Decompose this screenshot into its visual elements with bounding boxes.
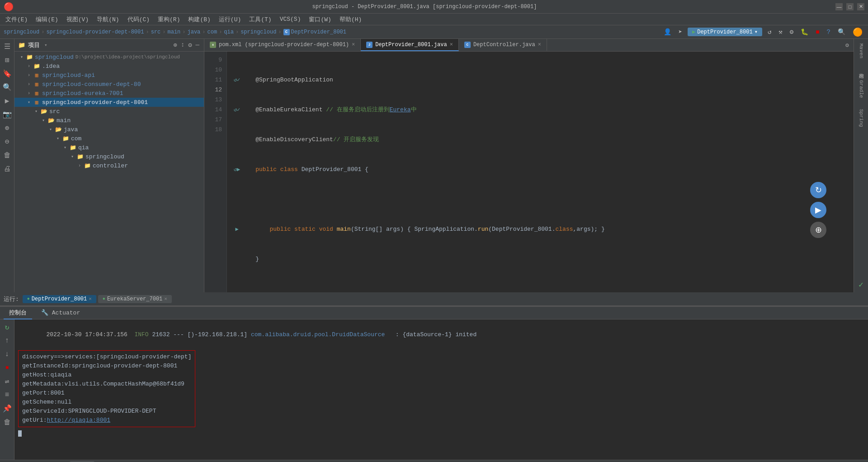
menu-vcs[interactable]: VCS(S) [276,15,305,24]
menu-tools[interactable]: 工具(T) [245,14,275,24]
structure-icon[interactable]: ☰ [1,41,13,52]
tab-dept-provider-close-icon[interactable]: × [450,42,453,48]
run-filter-icon[interactable]: ≡ [1,389,13,401]
tree-item-springcloud-sub[interactable]: ▾ 📁 springcloud [14,152,204,161]
breadcrumb-springcloud[interactable]: springcloud [4,29,39,35]
find-icon[interactable]: 🔍 [1,81,13,93]
run-panel: 控制台 🔧 Actuator ↻ ↑ ↓ ■ ⇌ ≡ 📌 🗑 2022-10-3… [0,306,868,460]
hierarchy-icon[interactable]: ⊞ [1,54,13,66]
tab-pom-close-icon[interactable]: × [352,42,355,48]
tree-item-provider[interactable]: ▾ ▦ springcloud-provider-dept-8001 [14,98,204,107]
run-tab-provider[interactable]: ● DeptProvider_8001 × [23,295,96,303]
run-stop-icon[interactable]: ■ [1,362,13,374]
title-bar-left: 🔴 [4,2,14,12]
breadcrumb-com[interactable]: com [208,29,217,35]
run-config-selector[interactable]: ▶ DeptProvider_8001 ▾ [688,28,762,36]
breadcrumb-main[interactable]: main [167,29,180,35]
avatar-icon[interactable]: 🟠 [851,26,864,38]
menu-code[interactable]: 代码(C) [124,14,153,24]
print-icon[interactable]: 🖨 [1,163,13,175]
float-btn-3[interactable]: ⊕ [810,222,826,238]
breadcrumb-java[interactable]: java [188,29,201,35]
panel-settings-icon[interactable]: ⚙ [187,40,193,50]
tree-item-idea[interactable]: › 📁 .idea [14,62,204,71]
menu-run[interactable]: 运行(U) [215,14,245,24]
panel-sort-icon[interactable]: ↕ [180,40,185,50]
float-btn-2[interactable]: ▶ [810,202,826,218]
menu-navigate[interactable]: 导航(N) [93,14,123,24]
run-tab-eureka[interactable]: ● EurekaServer_7001 × [98,295,172,303]
gradle-panel-tab[interactable]: Gradle [855,77,867,101]
breadcrumb-src[interactable]: src [151,29,161,35]
run-scroll-up-icon[interactable]: ↑ [1,335,13,347]
maven-panel-tab[interactable]: Maven [855,41,867,61]
run-scroll-down-icon[interactable]: ↓ [1,348,13,360]
breadcrumb-module[interactable]: springcloud-provider-dept-8001 [46,29,144,35]
breadcrumb-class[interactable]: C DeptProvider_8001 [283,29,346,35]
tree-item-root[interactable]: ▾ 📁 springcloud D:\project\idea-project\… [14,52,204,62]
bookmarks-icon[interactable]: 🔖 [1,68,13,80]
expand-icon[interactable]: ⊕ [1,122,13,134]
run-icon-left[interactable]: ▶ [1,95,13,107]
tree-item-consumer[interactable]: › ▦ springcloud-consumer-dept-80 [14,80,204,89]
build-icon[interactable]: ⚒ [777,27,784,37]
menu-build[interactable]: 构建(B) [184,14,214,24]
run-console-tab[interactable]: 控制台 [4,307,32,319]
tab-dept-provider[interactable]: J DeptProvider_8001.java × [361,39,459,51]
maximize-button[interactable]: □ [846,3,854,10]
right-check-icon[interactable]: ✓ [855,279,867,291]
code-line-14: ▶ public static void main(String[] args)… [232,224,848,234]
run-pin-icon[interactable]: 📌 [1,403,13,414]
breadcrumb-springcloud2[interactable]: springcloud [241,29,276,35]
cursor-position [18,429,864,438]
run-restart-icon[interactable]: ↻ [1,321,13,333]
tree-item-eureka[interactable]: › ▦ springcloud-eureka-7001 [14,89,204,98]
run-actuator-tab[interactable]: 🔧 Actuator [36,307,85,319]
code-content[interactable]: ↺✓ @SpringBootApplication ↺✓ @EnableEure… [227,52,854,292]
search-icon[interactable]: 🔍 [836,27,847,37]
debug-icon[interactable]: 🐛 [799,27,810,37]
code-editor[interactable]: 9 10 11 12 13 14 17 18 ↺✓ @SpringBootApp… [204,52,854,292]
navigate-icon[interactable]: ➤ [677,27,684,37]
tree-item-java[interactable]: ▾ 📂 java [14,125,204,134]
menu-help[interactable]: 帮助(H) [336,14,365,24]
spring-panel-tab[interactable]: Spring [855,106,867,130]
run-wrap-icon[interactable]: ⇌ [1,376,13,387]
tree-item-qia[interactable]: ▾ 📁 qia [14,143,204,152]
stop-icon[interactable]: ■ [814,28,821,37]
collapse-icon[interactable]: ⊖ [1,136,13,148]
tab-settings-icon[interactable]: ⚙ [841,39,854,52]
tree-item-controller[interactable]: › 📁 controller [14,161,204,170]
run-console-content[interactable]: 2022-10-30 17:04:37.156 INFO 21632 --- [… [14,319,868,460]
close-button[interactable]: ✕ [857,3,864,10]
tree-item-src[interactable]: ▾ 📂 src [14,107,204,116]
trash-icon[interactable]: 🗑 [1,149,13,161]
menu-edit[interactable]: 编辑(E) [32,14,61,24]
camera-icon[interactable]: 📷 [1,109,13,120]
tree-item-api[interactable]: › ▦ springcloud-api [14,71,204,80]
float-btn-1[interactable]: ↻ [810,182,826,198]
panel-minimize-icon[interactable]: — [195,40,200,50]
panel-title-arrow[interactable]: ▾ [44,42,47,48]
tab-dept-controller[interactable]: C DeptController.java × [459,39,547,51]
menu-window[interactable]: 窗口(W) [305,14,335,24]
breadcrumb-qia[interactable]: qia [224,29,234,35]
question-icon[interactable]: ? [825,28,832,37]
person-icon[interactable]: 👤 [662,27,673,37]
menu-view[interactable]: 视图(V) [63,14,92,24]
tree-item-com[interactable]: ▾ 📁 com [14,134,204,143]
tree-item-main[interactable]: ▾ 📂 main [14,116,204,125]
settings-icon[interactable]: ⚙ [788,27,795,37]
run-trash-icon[interactable]: 🗑 [1,416,13,428]
discovery-uri-link[interactable]: http://qiaqia:8001 [47,417,110,424]
tab-pom-xml[interactable]: x pom.xml (springcloud-provider-dept-800… [204,39,361,51]
run-tab-eureka-close-icon[interactable]: × [164,296,167,302]
run-tab-provider-close-icon[interactable]: × [89,296,92,302]
menu-refactor[interactable]: 重构(R) [154,14,184,24]
minimize-button[interactable]: — [835,3,843,10]
refresh-icon[interactable]: ↺ [766,27,773,37]
panel-locate-icon[interactable]: ⊕ [172,40,178,50]
build-panel-tab[interactable]: 构建 [855,67,867,72]
tab-dept-controller-close-icon[interactable]: × [538,42,541,48]
menu-file[interactable]: 文件(E) [2,14,31,24]
